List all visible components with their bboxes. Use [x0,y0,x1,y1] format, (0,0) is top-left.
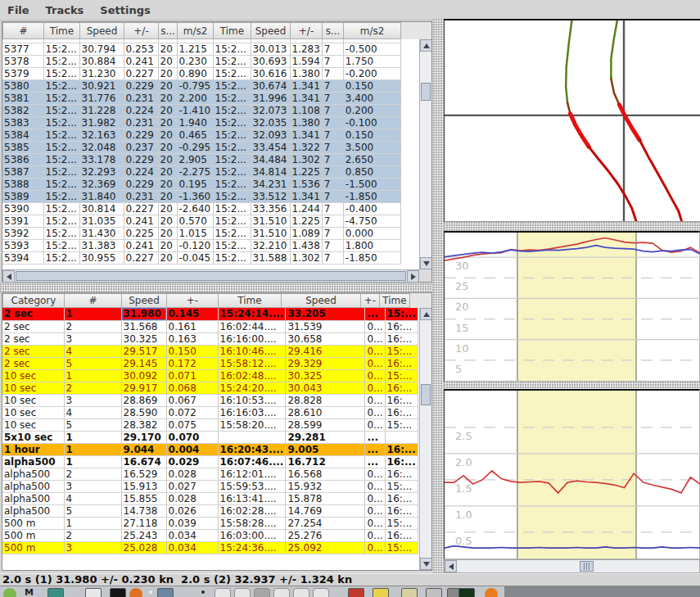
track-column-header[interactable]: +/- [291,23,323,39]
table-row[interactable]: 538115:2...31.7760.231202.20015:2...31.9… [2,92,400,104]
track-table-hscrollbar[interactable] [2,269,419,282]
track-column-header[interactable]: Speed [80,23,124,39]
table-row[interactable]: 537715:2...30.7940.253201.21515:2...30.0… [2,43,400,55]
track-column-header[interactable]: Time [214,23,251,39]
results-column-header[interactable]: +- [361,294,380,308]
firefox-icon[interactable] [129,588,142,597]
table-row[interactable]: 538015:2...30.9210.22920-0.79515:2...30.… [2,79,400,92]
window-button[interactable] [215,588,231,597]
track-table-viewport[interactable]: 537615:2...30.6550.230200.09515:2...30.2… [2,39,419,269]
fire-icon[interactable] [485,588,498,597]
window-button[interactable] [254,588,270,597]
table-row[interactable]: 10 sec130.0920.07116:02:48....30.3250...… [2,369,418,382]
track-column-header[interactable]: +/- [124,23,159,39]
table-row[interactable]: 5x10 sec129.1700.07029.281... [2,431,418,443]
horizontal-splitter-right-lower[interactable] [444,382,700,389]
table-row[interactable]: 538615:2...33.1780.229202.90515:2...34.4… [2,153,400,165]
scroll-thumb[interactable] [421,83,431,102]
scroll-thumb[interactable] [421,384,431,405]
track-column-header[interactable]: s... [159,23,178,39]
menu-tracks[interactable]: Tracks [38,1,93,20]
scroll-track[interactable] [420,320,431,558]
table-row[interactable]: 539115:2...31.0350.241200.57015:2...31.5… [2,215,400,227]
scroll-down-button[interactable] [420,558,431,570]
window-button[interactable] [293,588,309,597]
menu-file[interactable]: File [0,1,38,20]
table-row[interactable]: 500 m325.0280.03415:24:36....25.0920...1… [2,541,418,554]
table-row[interactable]: 500 m225.2430.03416:03:00....25.2760...1… [2,529,418,541]
table-row[interactable]: alpha500415.8550.02816:13:41....15.8780.… [2,492,418,504]
scroll-up-button[interactable] [420,39,431,52]
window-button[interactable] [313,588,329,597]
track-column-header[interactable]: m/s2 [344,23,401,39]
table-row[interactable]: 2 sec131.9800.14515:24:14....33.205...15… [2,308,418,320]
scroll-right-button[interactable] [407,270,419,283]
table-row[interactable]: 538815:2...32.3690.229200.19515:2...34.2… [2,178,400,190]
table-row[interactable]: 2 sec529.1450.17215:58:12....29.3290...1… [2,357,418,369]
menu-settings[interactable]: Settings [93,1,159,20]
table-row[interactable]: alpha500116.6740.02916:07:46....16.712..… [2,455,418,468]
table-row[interactable]: 538315:2...31.9820.231201.94015:2...32.0… [2,116,400,129]
table-row[interactable]: alpha500514.7380.02616:02:28....14.7690.… [2,504,418,517]
window-button[interactable] [273,588,290,597]
results-column-header[interactable]: +- [167,294,219,308]
mint-menu-icon[interactable] [3,588,16,597]
track-column-header[interactable]: m/s2 [178,23,214,39]
table-row[interactable]: 537815:2...30.8840.241200.23015:2...30.6… [2,55,400,67]
table-row[interactable]: 2 sec330.3250.16316:16:00....30.6580...1… [2,332,418,345]
results-column-header[interactable]: Time [219,294,282,308]
notes-icon[interactable] [373,588,389,597]
track-column-header[interactable]: # [3,23,44,39]
table-row[interactable]: 2 sec231.5680.16116:02:44....31.5390...1… [2,320,418,332]
horizontal-splitter-right-upper[interactable] [444,222,700,231]
scroll-up-button[interactable] [420,308,431,320]
horizontal-splitter-left[interactable] [0,283,433,292]
vertical-splitter[interactable] [433,19,444,573]
table-row[interactable]: 539015:2...30.8140.22720-2.64015:2...33.… [2,202,400,215]
results-table-viewport[interactable]: 2 sec131.9800.14515:24:14....33.205...15… [2,308,419,570]
results-column-header[interactable]: Category [3,294,65,308]
battery-icon[interactable] [401,588,418,597]
results-column-header[interactable]: # [65,294,122,308]
scroll-down-button[interactable] [420,257,431,269]
dot-icon[interactable] [149,590,152,594]
results-column-header[interactable]: Speed [282,294,361,308]
menu-text[interactable]: M [25,587,34,597]
chart-hscrollbar[interactable] [444,559,700,573]
table-row[interactable]: 2 sec429.5170.15016:10:46....29.4160...1… [2,345,418,357]
dot-icon[interactable] [201,590,205,594]
table-row[interactable]: 500 m127.1180.03915:58:28....27.2540...1… [2,517,418,529]
scroll-left-button[interactable] [2,270,15,283]
terminal-teal-icon[interactable] [47,588,64,597]
scroll-track[interactable] [15,270,407,282]
table-row[interactable]: 538215:2...31.2280.22420-1.41015:2...32.… [2,104,400,116]
led-display-icon[interactable] [458,588,475,597]
table-row[interactable]: 1 hour19.0440.00416:20:43....9.005...16:… [2,443,418,455]
scroll-track[interactable] [457,560,699,572]
table-row[interactable]: 10 sec428.5900.07216:16:03....28.6100...… [2,406,418,418]
track-table-vscrollbar[interactable] [419,39,431,269]
results-column-header[interactable]: Speed [122,294,167,308]
camera-icon[interactable] [157,588,174,597]
scroll-thumb[interactable] [16,271,406,281]
scroll-left-button[interactable] [445,560,457,572]
results-column-header[interactable]: Time [380,294,410,308]
table-row[interactable]: 10 sec328.8690.06716:10:53....28.8280...… [2,394,418,406]
prefs-icon[interactable] [426,588,442,597]
error-chart[interactable]: 2.52.01.51.00.5 [445,391,700,559]
table-row[interactable]: 539215:2...31.4300.225201.01515:2...31.5… [2,227,400,239]
scroll-track[interactable] [420,52,431,257]
files-icon[interactable] [348,588,364,597]
table-row[interactable]: 539315:2...31.3830.24120-0.12015:2...32.… [2,239,400,251]
window-button[interactable] [234,588,251,597]
track-column-header[interactable]: Speed [251,23,291,39]
track-map[interactable] [445,20,700,221]
table-row[interactable]: 538415:2...32.1630.229200.46515:2...32.0… [2,129,400,141]
track-column-header[interactable]: s... [323,23,344,39]
table-row[interactable]: alpha500315.9130.02715:59:53....15.9320.… [2,480,418,492]
table-row[interactable]: 538915:2...31.8400.23120-1.36015:2...33.… [2,190,400,202]
table-row[interactable]: 537915:2...31.2300.227200.89015:2...30.6… [2,67,400,79]
terminal-black-icon[interactable] [110,588,126,597]
track-column-header[interactable]: Time [44,23,80,39]
table-row[interactable]: 538515:2...32.0480.23720-0.29515:2...33.… [2,141,400,153]
